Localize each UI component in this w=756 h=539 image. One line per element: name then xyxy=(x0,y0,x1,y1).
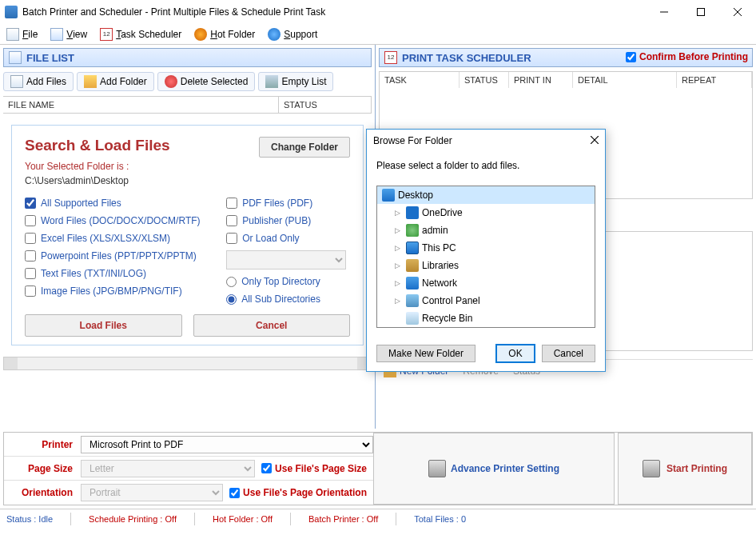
chk-ppt[interactable] xyxy=(25,250,36,262)
calendar-icon xyxy=(384,51,397,64)
tree-item-admin[interactable]: ▷admin xyxy=(377,222,595,239)
menu-file[interactable]: File xyxy=(6,28,38,41)
libraries-icon xyxy=(406,259,419,272)
col-print-in[interactable]: PRINT IN xyxy=(509,72,573,88)
start-printing-button[interactable]: Start Printing xyxy=(618,433,752,505)
confirm-label[interactable]: Confirm Before Printing xyxy=(639,51,748,62)
make-new-folder-button[interactable]: Make New Folder xyxy=(376,345,475,362)
expand-icon[interactable]: ▷ xyxy=(395,297,403,305)
svg-rect-0 xyxy=(698,9,705,16)
empty-icon xyxy=(265,75,278,88)
chk-all-supported[interactable] xyxy=(25,198,36,209)
tree-item-this-pc[interactable]: ▷This PC xyxy=(377,239,595,257)
status-idle: Status : Idle xyxy=(6,514,53,524)
file-list-panel: FILE LIST Add Files Add Folder Delete Se… xyxy=(0,45,376,429)
chk-excel[interactable] xyxy=(25,233,36,244)
file-table-header: FILE NAME STATUS xyxy=(3,96,372,114)
list-icon xyxy=(9,51,22,64)
status-batch: Batch Printer : Off xyxy=(308,514,378,524)
close-button[interactable] xyxy=(719,0,756,24)
network-icon xyxy=(406,277,419,289)
or-load-dropdown[interactable] xyxy=(226,250,346,270)
calendar-icon xyxy=(100,28,113,41)
col-status[interactable]: STATUS xyxy=(279,97,372,113)
printer-start-icon xyxy=(643,460,660,477)
expand-icon[interactable]: ▷ xyxy=(395,209,403,217)
orientation-label: Orientation xyxy=(4,487,81,498)
col-detail[interactable]: DETAIL xyxy=(573,72,677,88)
orientation-select[interactable]: Portrait xyxy=(81,484,223,501)
tree-item-recycle-bin[interactable]: Recycle Bin xyxy=(377,309,595,327)
chk-pdf[interactable] xyxy=(226,198,237,209)
page-size-select[interactable]: Letter xyxy=(81,460,255,477)
col-status[interactable]: STATUS xyxy=(460,72,509,88)
chk-text[interactable] xyxy=(25,268,36,279)
tree-item-desktop[interactable]: Desktop xyxy=(377,186,595,204)
radio-only-top[interactable] xyxy=(226,277,237,287)
printer-select[interactable]: Microsoft Print to PDF xyxy=(81,436,373,453)
tree-item-onedrive[interactable]: ▷OneDrive xyxy=(377,204,595,222)
expand-icon[interactable]: ▷ xyxy=(395,279,403,287)
status-bar: Status : Idle Schedule Printing : Off Ho… xyxy=(0,509,756,528)
col-repeat[interactable]: REPEAT xyxy=(677,72,752,88)
horizontal-scrollbar[interactable] xyxy=(3,357,372,370)
dialog-close-button[interactable] xyxy=(591,135,599,146)
title-bar: Batch Printer and Scheduler - Print Mult… xyxy=(0,0,756,24)
empty-list-button[interactable]: Empty List xyxy=(258,72,333,91)
ok-button[interactable]: OK xyxy=(495,344,535,363)
expand-icon[interactable]: ▷ xyxy=(395,262,403,270)
chk-confirm-before-printing[interactable] xyxy=(626,52,636,62)
selected-folder-path: C:\Users\admin\Desktop xyxy=(25,175,350,186)
chk-word[interactable] xyxy=(25,215,36,226)
chk-image[interactable] xyxy=(25,285,36,297)
file-list-header: FILE LIST xyxy=(3,48,372,67)
tree-item-control-panel[interactable]: ▷Control Panel xyxy=(377,292,595,309)
advance-printer-setting-button[interactable]: Advance Printer Setting xyxy=(373,433,615,505)
dialog-title: Browse For Folder xyxy=(373,135,452,146)
expand-icon[interactable]: ▷ xyxy=(395,244,403,252)
status-hotfolder: Hot Folder : Off xyxy=(213,514,273,524)
pc-icon xyxy=(406,242,419,254)
chk-or-load[interactable] xyxy=(226,233,237,244)
status-schedule: Schedule Printing : Off xyxy=(89,514,177,524)
user-icon xyxy=(406,224,419,237)
chk-use-file-orientation[interactable] xyxy=(229,488,240,498)
recycle-bin-icon xyxy=(406,312,419,325)
folder-tree[interactable]: Desktop ▷OneDrive ▷admin ▷This PC ▷Libra… xyxy=(376,186,595,328)
menu-task-scheduler[interactable]: Task Scheduler xyxy=(100,28,181,41)
minimize-button[interactable] xyxy=(646,0,682,24)
chk-use-file-page-size[interactable] xyxy=(261,463,272,473)
menu-bar: File View Task Scheduler Hot Folder Supp… xyxy=(0,24,756,45)
chk-pub[interactable] xyxy=(226,215,237,226)
support-icon xyxy=(268,28,281,41)
cancel-search-button[interactable]: Cancel xyxy=(193,314,351,337)
menu-view[interactable]: View xyxy=(50,28,87,41)
cancel-button[interactable]: Cancel xyxy=(542,345,595,362)
tree-item-libraries[interactable]: ▷Libraries xyxy=(377,257,595,274)
tree-item-extra[interactable]: Extra xyxy=(377,327,595,328)
add-files-button[interactable]: Add Files xyxy=(3,72,74,91)
add-files-icon xyxy=(10,75,23,88)
app-icon xyxy=(5,6,18,18)
desktop-icon xyxy=(382,189,395,202)
radio-all-sub[interactable] xyxy=(226,294,237,305)
file-icon xyxy=(6,28,19,41)
scheduler-title: PRINT TASK SCHEDULER xyxy=(402,52,531,64)
page-size-label: Page Size xyxy=(4,463,81,474)
add-folder-icon xyxy=(84,75,97,88)
change-folder-button[interactable]: Change Folder xyxy=(259,137,350,158)
selected-folder-label: Your Selected Folder is : xyxy=(25,161,350,172)
menu-hot-folder[interactable]: Hot Folder xyxy=(194,28,255,41)
col-filename[interactable]: FILE NAME xyxy=(3,97,279,113)
expand-icon[interactable]: ▷ xyxy=(395,226,403,234)
col-task[interactable]: TASK xyxy=(380,72,460,88)
maximize-button[interactable] xyxy=(682,0,719,24)
menu-support[interactable]: Support xyxy=(268,28,317,41)
delete-selected-button[interactable]: Delete Selected xyxy=(157,72,256,91)
load-files-button[interactable]: Load Files xyxy=(25,314,182,337)
printer-settings: Printer Microsoft Print to PDF Page Size… xyxy=(3,432,753,505)
add-folder-button[interactable]: Add Folder xyxy=(77,72,154,91)
tree-item-network[interactable]: ▷Network xyxy=(377,274,595,292)
control-panel-icon xyxy=(406,294,419,307)
delete-icon xyxy=(165,75,177,88)
